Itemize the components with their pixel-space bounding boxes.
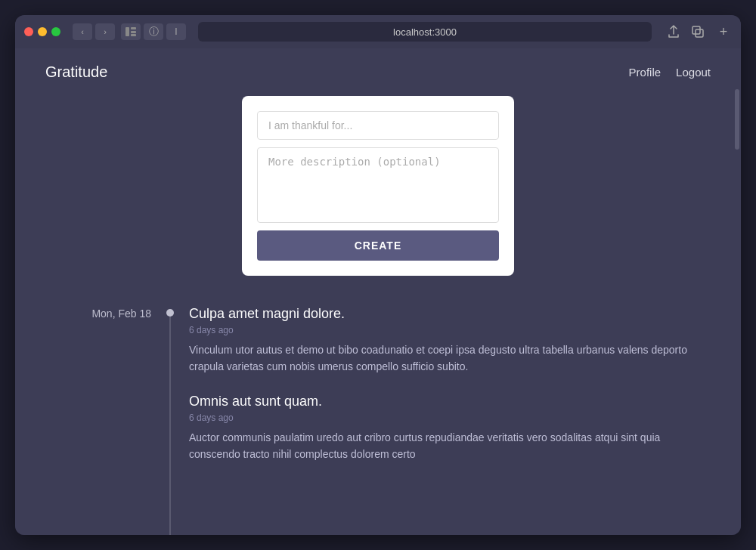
forward-button[interactable]: › <box>95 23 115 40</box>
title-input[interactable] <box>257 111 499 140</box>
profile-link[interactable]: Profile <box>629 66 662 79</box>
svg-rect-3 <box>131 34 136 36</box>
browser-toolbar: ‹ › ⓘ I localhost:3000 <box>15 15 741 48</box>
entry-time: 6 days ago <box>189 325 711 335</box>
svg-rect-5 <box>696 29 703 37</box>
traffic-lights <box>24 27 60 36</box>
entry-title: Culpa amet magni dolore. <box>189 306 711 322</box>
nav-buttons: ‹ › <box>73 23 115 40</box>
entry-body: Vinculum utor autus et demo ut bibo coad… <box>189 341 711 375</box>
timeline-date-row: Mon, Feb 18 Culpa amet magni dolore. 6 d… <box>45 306 711 481</box>
scrollbar-thumb[interactable] <box>735 89 739 150</box>
svg-rect-0 <box>125 27 129 36</box>
description-textarea[interactable] <box>257 147 499 223</box>
timeline-dot <box>166 309 174 317</box>
svg-rect-1 <box>131 27 136 29</box>
new-tab-button[interactable]: + <box>715 23 732 40</box>
share-button[interactable] <box>664 23 683 40</box>
create-form-card: CREATE <box>242 96 514 276</box>
nav-links: Profile Logout <box>629 66 711 79</box>
sidebar-toggle-button[interactable] <box>121 23 141 40</box>
timeline: Mon, Feb 18 Culpa amet magni dolore. 6 d… <box>15 298 741 504</box>
minimize-button[interactable] <box>38 27 47 36</box>
svg-rect-4 <box>692 26 700 34</box>
create-button[interactable]: CREATE <box>257 230 499 261</box>
entry-body: Auctor communis paulatim uredo aut cribr… <box>189 429 711 463</box>
back-button[interactable]: ‹ <box>73 23 92 40</box>
browser-frame: ‹ › ⓘ I localhost:3000 <box>15 15 741 535</box>
app-logo: Gratitude <box>45 63 107 81</box>
url-bar[interactable]: localhost:3000 <box>198 22 652 42</box>
page-content: Gratitude Profile Logout CREATE Mon, Feb… <box>15 48 741 535</box>
reader-button[interactable]: I <box>166 23 186 40</box>
top-nav: Gratitude Profile Logout <box>15 48 741 96</box>
list-item: Culpa amet magni dolore. 6 days ago Vinc… <box>189 306 711 375</box>
browser-actions: + <box>664 23 732 40</box>
toolbar-icons: ⓘ I <box>121 23 186 40</box>
list-item: Omnis aut sunt quam. 6 days ago Auctor c… <box>189 394 711 463</box>
timeline-date-label: Mon, Feb 18 <box>45 306 166 320</box>
logout-link[interactable]: Logout <box>676 66 711 79</box>
entry-time: 6 days ago <box>189 412 711 423</box>
svg-rect-2 <box>131 31 136 33</box>
url-text: localhost:3000 <box>393 26 457 38</box>
maximize-button[interactable] <box>51 27 60 36</box>
close-button[interactable] <box>24 27 33 36</box>
info-button[interactable]: ⓘ <box>144 23 163 40</box>
timeline-entries: Culpa amet magni dolore. 6 days ago Vinc… <box>174 306 711 481</box>
new-window-button[interactable] <box>688 23 708 40</box>
entry-title: Omnis aut sunt quam. <box>189 394 711 409</box>
